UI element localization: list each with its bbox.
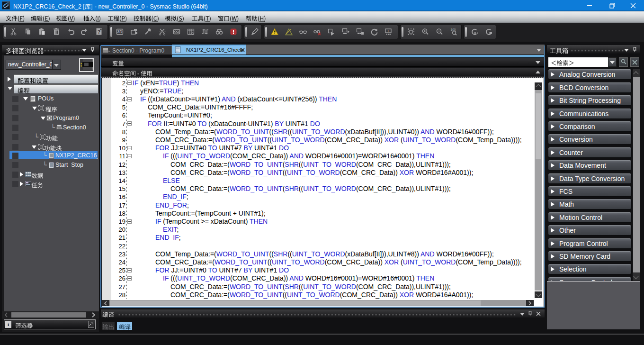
svg-text:3D: 3D [117,29,123,34]
svg-text:1: 1 [387,30,389,33]
svg-text:100: 100 [451,28,456,31]
